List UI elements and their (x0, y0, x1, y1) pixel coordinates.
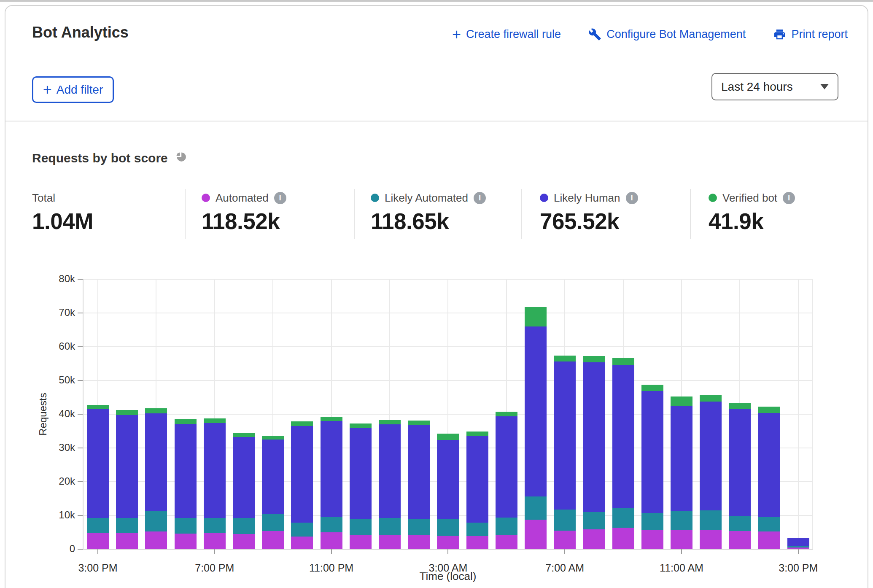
bar-segment-likely-automated[interactable] (437, 519, 459, 536)
info-icon[interactable]: i (783, 192, 795, 204)
bar-segment-verified-bot[interactable] (671, 396, 692, 406)
bar-segment-verified-bot[interactable] (612, 358, 634, 365)
bar-segment-automated[interactable] (175, 534, 197, 549)
bar-segment-automated[interactable] (758, 531, 780, 549)
info-icon[interactable]: i (474, 192, 486, 204)
bar-segment-likely-human[interactable] (437, 440, 459, 519)
bar-segment-likely-human[interactable] (612, 365, 634, 507)
bar-segment-likely-human[interactable] (87, 409, 109, 518)
bar-segment-likely-automated[interactable] (641, 513, 663, 530)
bar-segment-likely-automated[interactable] (116, 518, 138, 533)
bar-segment-verified-bot[interactable] (262, 436, 284, 440)
bar-segment-automated[interactable] (262, 531, 284, 549)
bar-segment-likely-automated[interactable] (145, 511, 167, 531)
bar-segment-verified-bot[interactable] (233, 433, 255, 437)
bar-segment-verified-bot[interactable] (291, 421, 313, 426)
bar-segment-likely-automated[interactable] (612, 508, 634, 528)
bar-segment-automated[interactable] (787, 548, 809, 549)
bar-segment-likely-automated[interactable] (350, 519, 372, 535)
bar-segment-likely-human[interactable] (729, 409, 751, 516)
bar-segment-likely-human[interactable] (379, 424, 401, 518)
bar-segment-likely-human[interactable] (671, 406, 692, 512)
bar-segment-verified-bot[interactable] (87, 405, 109, 409)
bar-segment-automated[interactable] (204, 533, 226, 549)
bar-segment-verified-bot[interactable] (787, 538, 809, 538)
bar-segment-likely-automated[interactable] (233, 518, 255, 534)
bar-segment-automated[interactable] (671, 530, 692, 549)
bar-segment-likely-automated[interactable] (700, 510, 722, 530)
bar-segment-likely-human[interactable] (787, 538, 809, 546)
bar-segment-verified-bot[interactable] (321, 417, 342, 421)
bar-segment-likely-human[interactable] (496, 416, 517, 518)
bar-segment-verified-bot[interactable] (729, 403, 751, 409)
bar-segment-automated[interactable] (496, 535, 517, 549)
bar-segment-likely-automated[interactable] (291, 523, 313, 537)
bar-segment-likely-automated[interactable] (758, 517, 780, 531)
bar-segment-automated[interactable] (321, 532, 342, 549)
bar-segment-verified-bot[interactable] (525, 307, 547, 326)
bar-segment-likely-automated[interactable] (204, 518, 226, 533)
bar-segment-automated[interactable] (525, 520, 547, 549)
print-report-link[interactable]: Print report (773, 28, 848, 41)
configure-bot-management-link[interactable]: Configure Bot Management (588, 28, 746, 41)
bar-segment-automated[interactable] (87, 533, 109, 549)
bar-segment-likely-human[interactable] (583, 362, 605, 512)
bar-segment-likely-human[interactable] (145, 413, 167, 511)
bar-segment-verified-bot[interactable] (466, 432, 488, 436)
bar-segment-verified-bot[interactable] (641, 385, 663, 391)
bar-segment-likely-human[interactable] (175, 424, 197, 518)
bar-segment-likely-human[interactable] (758, 413, 780, 517)
bar-segment-automated[interactable] (145, 531, 167, 549)
bar-segment-verified-bot[interactable] (496, 412, 517, 416)
bar-segment-automated[interactable] (583, 529, 605, 549)
bar-segment-likely-automated[interactable] (583, 512, 605, 529)
bar-segment-automated[interactable] (437, 536, 459, 549)
bar-segment-likely-human[interactable] (233, 437, 255, 518)
bar-segment-likely-human[interactable] (554, 361, 576, 509)
bar-segment-automated[interactable] (350, 535, 372, 549)
bar-segment-likely-automated[interactable] (671, 511, 692, 529)
bar-segment-automated[interactable] (116, 533, 138, 549)
bar-segment-automated[interactable] (408, 535, 430, 549)
bar-segment-verified-bot[interactable] (379, 420, 401, 424)
bar-segment-likely-human[interactable] (700, 402, 722, 510)
info-icon[interactable]: i (274, 192, 286, 204)
bar-segment-automated[interactable] (554, 531, 576, 549)
bar-segment-likely-automated[interactable] (321, 517, 342, 532)
bar-segment-likely-human[interactable] (116, 415, 138, 518)
bar-segment-automated[interactable] (233, 534, 255, 549)
bar-segment-likely-human[interactable] (291, 426, 313, 523)
bar-segment-likely-human[interactable] (321, 421, 342, 517)
bar-segment-automated[interactable] (291, 537, 313, 549)
bar-segment-likely-automated[interactable] (525, 496, 547, 519)
bar-segment-verified-bot[interactable] (175, 419, 197, 424)
bar-segment-likely-automated[interactable] (496, 518, 517, 535)
bar-segment-verified-bot[interactable] (350, 423, 372, 428)
bar-segment-likely-automated[interactable] (87, 518, 109, 533)
bar-segment-verified-bot[interactable] (758, 407, 780, 413)
bar-segment-likely-automated[interactable] (787, 546, 809, 548)
bar-segment-likely-human[interactable] (466, 436, 488, 523)
time-range-select[interactable]: Last 24 hours (711, 73, 838, 100)
bar-segment-automated[interactable] (466, 536, 488, 549)
bar-segment-likely-automated[interactable] (408, 519, 430, 535)
bar-segment-automated[interactable] (729, 531, 751, 549)
bar-segment-likely-automated[interactable] (262, 514, 284, 531)
bar-segment-likely-automated[interactable] (729, 516, 751, 531)
bar-segment-automated[interactable] (379, 535, 401, 549)
bar-segment-verified-bot[interactable] (700, 395, 722, 401)
bar-segment-verified-bot[interactable] (116, 410, 138, 415)
bar-segment-likely-human[interactable] (204, 423, 226, 518)
bar-segment-verified-bot[interactable] (145, 408, 167, 414)
bar-segment-likely-automated[interactable] (379, 518, 401, 535)
bar-segment-automated[interactable] (612, 528, 634, 549)
info-icon[interactable]: i (626, 192, 638, 204)
bar-segment-verified-bot[interactable] (554, 356, 576, 361)
bar-segment-likely-human[interactable] (408, 425, 430, 519)
bar-segment-automated[interactable] (700, 530, 722, 549)
add-filter-button[interactable]: + Add filter (32, 76, 114, 103)
bar-segment-likely-automated[interactable] (554, 510, 576, 531)
bar-segment-likely-human[interactable] (262, 440, 284, 514)
bar-segment-verified-bot[interactable] (437, 434, 459, 440)
bar-segment-likely-automated[interactable] (175, 518, 197, 534)
